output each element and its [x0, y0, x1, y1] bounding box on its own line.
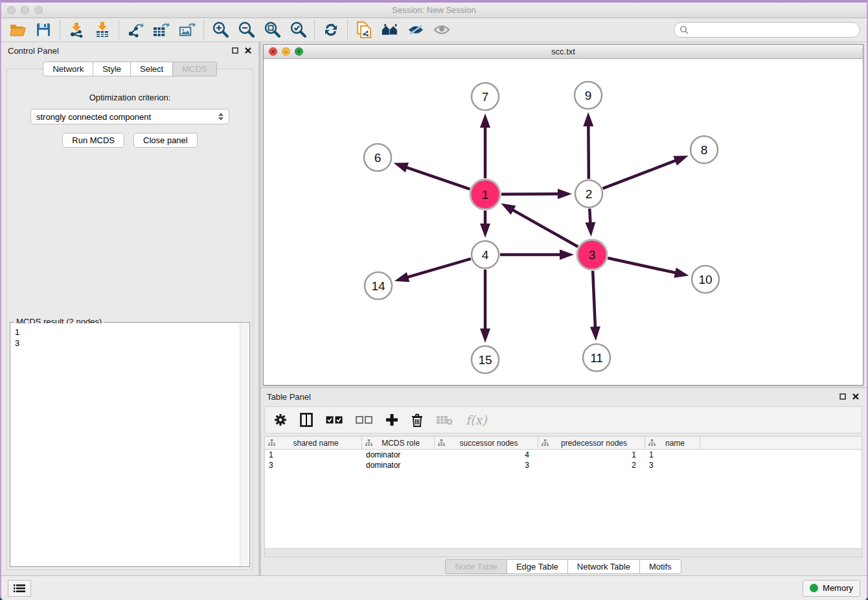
network-canvas[interactable]: 7968124314101511 — [264, 59, 863, 385]
export-image-icon[interactable] — [179, 21, 196, 38]
column-header-name[interactable]: name — [645, 437, 700, 449]
tab-select[interactable]: Select — [130, 62, 172, 76]
criterion-select[interactable]: strongly connected component — [30, 109, 229, 124]
node-label: 7 — [482, 90, 489, 104]
edge-2-8[interactable] — [602, 160, 677, 189]
node-label: 6 — [374, 151, 382, 165]
select-all-columns-icon[interactable] — [326, 416, 343, 424]
table-cell[interactable]: 1 — [538, 450, 645, 460]
export-table-icon[interactable] — [153, 21, 170, 38]
control-panel: Control Panel NetworkStyleSelectMCDS Opt… — [1, 42, 261, 575]
table-settings-icon[interactable] — [274, 413, 287, 426]
float-panel-icon[interactable] — [231, 47, 239, 54]
column-header-shared-name[interactable]: shared name — [265, 437, 362, 449]
node-label: 11 — [590, 351, 603, 365]
function-builder-icon[interactable]: f(x) — [466, 413, 487, 427]
edge-arrowhead — [590, 327, 601, 341]
edge-3-11[interactable] — [593, 271, 595, 329]
table-cell[interactable]: dominator — [362, 460, 435, 470]
task-history-button[interactable] — [8, 580, 31, 597]
split-columns-icon[interactable] — [300, 413, 313, 427]
network-maximize-button[interactable]: + — [295, 47, 303, 56]
zoom-fit-icon[interactable] — [264, 21, 280, 38]
table-cell[interactable]: 3 — [265, 460, 362, 470]
tab-network-table[interactable]: Network Table — [567, 559, 639, 574]
graph-node-1[interactable]: 1 — [470, 179, 500, 209]
mcds-result-line: 3 — [15, 338, 236, 349]
first-neighbors-icon[interactable] — [382, 21, 398, 38]
graph-node-2[interactable]: 2 — [575, 180, 602, 207]
edge-1-6[interactable] — [405, 167, 470, 189]
network-window-titlebar[interactable]: ✕ − + scc.txt — [264, 45, 863, 59]
zoom-selected-icon[interactable] — [290, 21, 306, 38]
zoom-out-icon[interactable] — [238, 21, 255, 38]
column-header-successor-nodes[interactable]: successor nodes — [435, 437, 538, 449]
mcds-result-text[interactable]: 13 — [11, 323, 240, 566]
save-session-icon[interactable] — [35, 21, 52, 38]
refresh-icon[interactable] — [323, 21, 339, 38]
edge-1-2[interactable] — [501, 194, 560, 194]
node-label: 4 — [482, 248, 489, 262]
table-row[interactable]: 1dominator411 — [265, 450, 862, 460]
graph-node-9[interactable]: 9 — [575, 82, 602, 109]
tab-node-table[interactable]: Node Table — [445, 559, 507, 574]
unselect-all-columns-icon[interactable] — [356, 416, 372, 424]
edge-2-9[interactable] — [588, 124, 589, 179]
table-tabs: Node TableEdge TableNetwork TableMotifs — [445, 559, 681, 574]
table-cell[interactable]: 4 — [435, 450, 538, 460]
graph-node-10[interactable]: 10 — [692, 266, 719, 293]
graph-node-6[interactable]: 6 — [364, 144, 391, 171]
close-table-panel-icon[interactable] — [852, 393, 860, 400]
tab-edge-table[interactable]: Edge Table — [507, 559, 567, 574]
graph-node-14[interactable]: 14 — [365, 272, 392, 299]
node-label: 2 — [586, 187, 593, 201]
tab-motifs[interactable]: Motifs — [639, 559, 681, 574]
edge-3-1[interactable] — [511, 209, 578, 247]
delete-table-icon[interactable] — [436, 415, 453, 425]
table-cell[interactable]: 2 — [538, 460, 645, 470]
graph-node-4[interactable]: 4 — [472, 241, 499, 268]
table-cell[interactable]: 3 — [645, 460, 700, 470]
search-input[interactable] — [692, 25, 854, 35]
table-scrollbar[interactable] — [265, 548, 862, 557]
memory-button[interactable]: Memory — [803, 580, 860, 597]
table-row[interactable]: 3dominator323 — [265, 460, 862, 470]
table-cell[interactable]: dominator — [362, 450, 435, 460]
graph-node-7[interactable]: 7 — [472, 83, 499, 110]
open-session-icon[interactable] — [9, 21, 26, 38]
run-mcds-button[interactable]: Run MCDS — [62, 133, 124, 148]
search-box[interactable] — [674, 22, 860, 38]
close-panel-button[interactable]: Close panel — [133, 133, 198, 148]
column-header-MCDS-role[interactable]: MCDS role — [362, 437, 435, 449]
tab-style[interactable]: Style — [93, 62, 130, 76]
edge-3-10[interactable] — [608, 258, 678, 273]
show-all-icon[interactable] — [433, 21, 450, 38]
tab-mcds[interactable]: MCDS — [172, 62, 216, 76]
tab-network[interactable]: Network — [43, 62, 93, 76]
zoom-in-icon[interactable] — [212, 21, 229, 38]
edge-4-14[interactable] — [405, 259, 471, 277]
table-cell[interactable]: 1 — [645, 450, 700, 460]
graph-node-15[interactable]: 15 — [472, 346, 499, 373]
column-header-predecessor-nodes[interactable]: predecessor nodes — [538, 437, 645, 449]
network-close-button[interactable]: ✕ — [269, 47, 277, 56]
import-table-icon[interactable] — [94, 21, 111, 38]
import-network-icon[interactable] — [68, 21, 85, 38]
clone-network-icon[interactable] — [356, 21, 372, 38]
export-network-icon[interactable] — [127, 21, 144, 38]
memory-button-label: Memory — [823, 583, 853, 593]
graph-node-11[interactable]: 11 — [583, 344, 610, 371]
graph-node-8[interactable]: 8 — [691, 136, 718, 163]
result-scrollbar[interactable] — [240, 323, 249, 566]
add-column-icon[interactable] — [385, 413, 398, 426]
delete-column-icon[interactable] — [411, 413, 423, 427]
window-titlebar[interactable]: Session: New Session — [1, 3, 867, 18]
float-table-panel-icon[interactable] — [839, 393, 847, 400]
network-minimize-button[interactable]: − — [282, 47, 290, 56]
table-cell[interactable]: 3 — [435, 460, 538, 470]
graph-node-3[interactable]: 3 — [577, 240, 607, 270]
hide-selected-icon[interactable] — [407, 21, 424, 38]
close-panel-icon[interactable] — [244, 47, 252, 54]
edge-arrowhead — [480, 329, 490, 343]
table-cell[interactable]: 1 — [265, 450, 362, 460]
